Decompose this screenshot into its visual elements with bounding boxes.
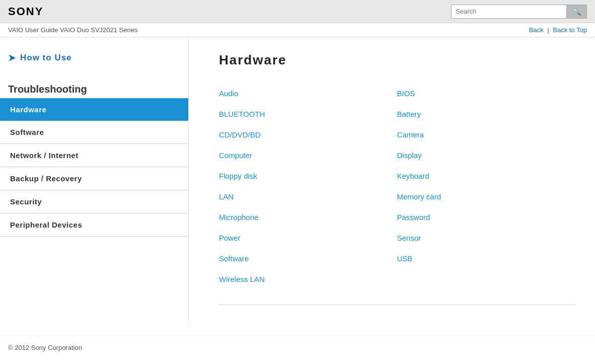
guide-title: VAIO User Guide VAIO Duo SVJ2021 Series [8, 26, 137, 34]
link-audio[interactable]: Audio [219, 83, 397, 104]
how-to-use-link[interactable]: ➤ How to Use [8, 52, 180, 63]
how-to-use-section: ➤ How to Use [0, 52, 188, 74]
search-icon: 🔍 [572, 8, 581, 16]
sony-logo: SONY [8, 5, 43, 18]
chevron-right-icon: ➤ [8, 52, 16, 63]
hardware-title: Hardware [219, 52, 575, 68]
sidebar-item-hardware[interactable]: Hardware [0, 98, 188, 121]
nav-links: Back | Back to Top [529, 26, 587, 34]
link-microphone[interactable]: Microphone [219, 207, 397, 228]
copyright-text: © 2012 Sony Corporation [8, 344, 82, 351]
header: SONY 🔍 [0, 0, 595, 23]
back-link[interactable]: Back [529, 26, 544, 34]
link-usb[interactable]: USB [397, 248, 575, 269]
link-display[interactable]: Display [397, 145, 575, 166]
link-floppy-disk[interactable]: Floppy disk [219, 166, 397, 186]
main-layout: ➤ How to Use Troubleshooting Hardware So… [0, 37, 595, 325]
link-memory-card[interactable]: Memory card [397, 186, 575, 207]
how-to-use-label: How to Use [20, 53, 72, 63]
sidebar-item-backup[interactable]: Backup / Recovery [0, 167, 188, 190]
content-area: Hardware Audio BLUETOOTH CD/DVD/BD Compu… [189, 37, 595, 325]
back-to-top-link[interactable]: Back to Top [553, 26, 587, 34]
search-input[interactable] [451, 5, 567, 19]
link-lan[interactable]: LAN [219, 186, 397, 207]
link-keyboard[interactable]: Keyboard [397, 166, 575, 186]
sidebar: ➤ How to Use Troubleshooting Hardware So… [0, 37, 189, 325]
hardware-links-grid: Audio BLUETOOTH CD/DVD/BD Computer Flopp… [219, 83, 575, 289]
content-divider [219, 305, 575, 305]
sidebar-item-security[interactable]: Security [0, 190, 188, 213]
link-sensor[interactable]: Sensor [397, 228, 575, 248]
search-button[interactable]: 🔍 [567, 5, 587, 19]
link-camera[interactable]: Camera [397, 124, 575, 145]
link-wireless-lan[interactable]: Wireless LAN [219, 269, 397, 289]
breadcrumb-bar: VAIO User Guide VAIO Duo SVJ2021 Series … [0, 23, 595, 37]
sidebar-item-network[interactable]: Network / Internet [0, 144, 188, 167]
search-area: 🔍 [451, 5, 587, 19]
sidebar-item-software[interactable]: Software [0, 121, 188, 144]
link-cd-dvd-bd[interactable]: CD/DVD/BD [219, 124, 397, 145]
hardware-links-col1: Audio BLUETOOTH CD/DVD/BD Computer Flopp… [219, 83, 397, 289]
link-password[interactable]: Password [397, 207, 575, 228]
link-bios[interactable]: BIOS [397, 83, 575, 104]
footer: © 2012 Sony Corporation [0, 335, 595, 359]
troubleshooting-title: Troubleshooting [0, 74, 188, 98]
sidebar-item-peripheral[interactable]: Peripheral Devices [0, 213, 188, 237]
link-software[interactable]: Software [219, 248, 397, 269]
link-bluetooth[interactable]: BLUETOOTH [219, 104, 397, 124]
link-battery[interactable]: Battery [397, 104, 575, 124]
link-power[interactable]: Power [219, 228, 397, 248]
nav-separator: | [547, 26, 549, 34]
link-computer[interactable]: Computer [219, 145, 397, 166]
hardware-links-col2: BIOS Battery Camera Display Keyboard Mem… [397, 83, 575, 289]
